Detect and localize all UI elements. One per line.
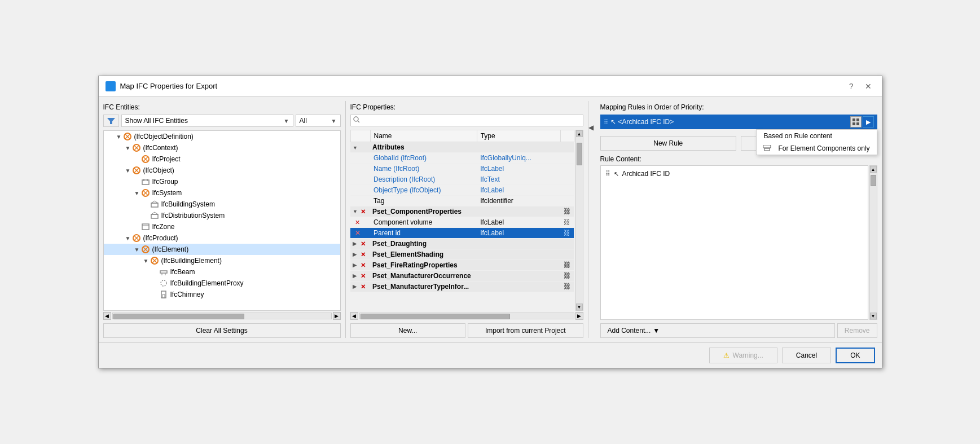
vscroll-thumb-rule[interactable] [871, 175, 876, 186]
prop-row-tag[interactable]: Tag IfcIdentifier [350, 196, 574, 206]
filter-type-dropdown[interactable]: All ▼ [296, 115, 341, 127]
expand-pset-shading-icon[interactable] [353, 252, 359, 257]
add-remove-row: Add Content... ▼ Remove [600, 323, 877, 338]
main-dialog: Map IFC Properties for Export ? ✕ IFC En… [98, 76, 882, 368]
ifc-system-icon [141, 188, 150, 197]
tree-item-ifc-beam[interactable]: IfcBeam [104, 266, 340, 278]
scroll-up-btn-props[interactable]: ▲ [576, 130, 583, 137]
properties-search-input[interactable] [362, 117, 581, 125]
scroll-right-btn[interactable]: ▶ [333, 312, 341, 320]
add-content-button[interactable]: Add Content... ▼ [600, 323, 835, 338]
rule-icon-expand-btn[interactable]: ▶ [863, 116, 874, 128]
tree-item-ifc-context[interactable]: (IfcContext) [104, 142, 340, 153]
scroll-down-btn-props[interactable]: ▼ [576, 304, 583, 310]
filter-icon [107, 117, 115, 125]
expand-attributes-icon[interactable] [353, 145, 359, 151]
svg-point-41 [161, 280, 166, 286]
scroll-left-btn[interactable]: ◀ [103, 312, 111, 320]
tree-item-ifc-element[interactable]: (IfcElement) [104, 244, 340, 255]
group-pset-manufacturer-type[interactable]: ✕ Pset_ManufacturerTypeInfor... ⛓ [350, 282, 574, 292]
group-pset-manufacturer-occ[interactable]: ✕ Pset_ManufacturerOccurrence ⛓ [350, 271, 574, 282]
svg-point-44 [354, 117, 358, 121]
x-pset-mfr-type-icon: ✕ [361, 283, 366, 291]
panel-divider-arrow[interactable]: ◀ [588, 101, 596, 338]
scroll-up-rule[interactable]: ▲ [870, 166, 877, 173]
warning-button[interactable]: ⚠ Warning... [709, 348, 777, 363]
new-property-button[interactable]: New... [350, 323, 466, 338]
show-all-dropdown[interactable]: Show All IFC Entities ▼ [121, 115, 293, 127]
expand-arrow-ifc-product[interactable] [124, 235, 132, 241]
tree-item-ifc-project[interactable]: IfcProject [104, 153, 340, 165]
expand-arrow-ifc-object[interactable] [124, 168, 132, 174]
tree-item-ifc-product[interactable]: (IfcProduct) [104, 232, 340, 244]
expand-pset-component-icon[interactable] [353, 209, 359, 214]
expand-pset-draughting-icon[interactable] [353, 241, 359, 247]
tree-item-ifc-building-element[interactable]: (IfcBuildingElement) [104, 255, 340, 266]
expand-arrow-ifc-element[interactable] [133, 247, 141, 253]
context-menu-item-element-components[interactable]: For Element Components only [757, 142, 876, 155]
cancel-button[interactable]: Cancel [782, 348, 831, 363]
content-drag-handle[interactable]: ⠿ [605, 170, 610, 178]
panel-ifc-entities: IFC Entities: Show All IFC Entities ▼ Al… [103, 101, 346, 338]
tree-item-ifc-object-def[interactable]: (IfcObjectDefinition) [104, 131, 340, 142]
chevron-down-icon: ▼ [284, 118, 289, 124]
svg-rect-49 [856, 122, 859, 125]
svg-rect-23 [151, 203, 158, 207]
rule-icon-grid-btn[interactable] [850, 116, 862, 128]
svg-rect-47 [856, 118, 859, 121]
scroll-left-btn-props[interactable]: ◀ [350, 312, 358, 320]
ifc-building-system-icon [150, 200, 159, 209]
tree-item-ifc-building-system[interactable]: IfcBuildingSystem [104, 199, 340, 210]
ifc-entities-tree[interactable]: (IfcObjectDefinition) (IfcContext) [103, 130, 341, 311]
clear-all-settings-button[interactable]: Clear All Settings [103, 323, 341, 338]
hscroll-thumb-props[interactable] [361, 314, 510, 319]
dialog-body: IFC Entities: Show All IFC Entities ▼ Al… [99, 96, 882, 342]
scroll-down-rule[interactable]: ▼ [870, 313, 877, 319]
new-rule-button[interactable]: New Rule [600, 136, 737, 151]
expand-arrow-ifc-building-element[interactable] [142, 258, 150, 264]
remove-button[interactable]: Remove [837, 323, 877, 338]
link-component-volume-icon: ⛓ [564, 218, 570, 226]
expand-pset-fire-icon[interactable] [353, 262, 359, 268]
vscroll-rule-content[interactable]: ▲ ▼ [869, 165, 877, 320]
prop-row-description[interactable]: Description (IfcRoot) IfcText [350, 174, 574, 185]
expand-arrow-ifc-system[interactable] [133, 190, 141, 196]
properties-table-scroll[interactable]: Name Type Attributes [350, 130, 574, 311]
hscroll-thumb-entities[interactable] [113, 314, 244, 319]
tree-item-ifc-zone[interactable]: IfcZone [104, 221, 340, 232]
vscroll-thumb-props[interactable] [577, 143, 582, 165]
tree-item-ifc-chimney[interactable]: IfcChimney [104, 289, 340, 300]
filter-button[interactable] [103, 115, 119, 127]
group-pset-draughting[interactable]: ✕ Pset_Draughting [350, 239, 574, 249]
prop-row-parent-id[interactable]: ✕ Parent id IfcLabel ⛓ [350, 228, 574, 239]
expand-arrow-ifc-object-def[interactable] [115, 134, 123, 140]
add-content-dropdown-arrow[interactable]: ▼ [653, 327, 660, 335]
rule-drag-handle[interactable]: ⠿ [604, 118, 608, 126]
expand-pset-mfr-type-icon[interactable] [353, 284, 359, 289]
vscroll-properties[interactable]: ▲ ▼ [575, 130, 583, 311]
expand-arrow-ifc-context[interactable] [124, 145, 132, 151]
prop-row-component-volume[interactable]: ✕ Component volume IfcLabel ⛓ [350, 217, 574, 228]
prop-row-globalid[interactable]: GlobalId (IfcRoot) IfcGloballyUniq... [350, 153, 574, 164]
rule-cursor-icon[interactable]: ↖ [610, 118, 616, 126]
tree-item-ifc-building-proxy[interactable]: IfcBuildingElementProxy [104, 278, 340, 289]
group-pset-element-shading[interactable]: ✕ Pset_ElementShading [350, 249, 574, 260]
group-pset-component[interactable]: ✕ Pset_ComponentProperties ⛓ [350, 206, 574, 217]
import-from-project-button[interactable]: Import from current Project [468, 323, 583, 338]
close-button[interactable]: ✕ [862, 81, 875, 92]
expand-pset-mfr-occ-icon[interactable] [353, 273, 359, 279]
tree-item-ifc-system[interactable]: IfcSystem [104, 187, 340, 199]
ok-button[interactable]: OK [836, 348, 874, 363]
help-button[interactable]: ? [846, 81, 857, 92]
tree-item-ifc-object[interactable]: (IfcObject) [104, 165, 340, 176]
tree-item-ifc-group[interactable]: IfcGroup [104, 176, 340, 187]
context-menu-item-based-on-rule[interactable]: Based on Rule content [757, 130, 876, 142]
tree-item-ifc-distribution-system[interactable]: IfcDistributionSystem [104, 210, 340, 221]
group-pset-fire-rating[interactable]: ✕ Pset_FireRatingProperties ⛓ [350, 260, 574, 271]
prop-row-objecttype[interactable]: ObjectType (IfcObject) IfcLabel [350, 185, 574, 196]
scroll-right-btn-props[interactable]: ▶ [575, 312, 583, 320]
x-parent-id-icon: ✕ [355, 229, 361, 237]
prop-row-name[interactable]: Name (IfcRoot) IfcLabel [350, 164, 574, 174]
ifc-object-icon [132, 166, 141, 175]
group-attributes[interactable]: Attributes [350, 142, 574, 153]
